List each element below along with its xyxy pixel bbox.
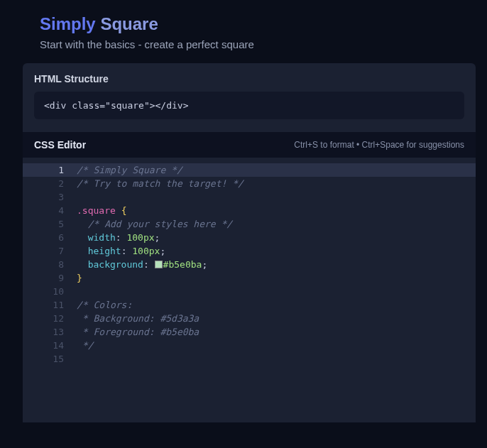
code-line[interactable]: 5 /* Add your styles here */: [23, 217, 476, 231]
line-number: 7: [23, 244, 77, 258]
code-content[interactable]: /* Simply Square */: [77, 163, 182, 177]
line-number: 6: [23, 231, 77, 244]
code-line[interactable]: 3: [23, 190, 476, 204]
editor-panel: HTML Structure <div class="square"></div…: [23, 63, 476, 422]
code-content[interactable]: }: [77, 271, 82, 285]
code-line[interactable]: 11/* Colors:: [23, 298, 476, 312]
line-number: 8: [23, 258, 77, 271]
line-number: 15: [23, 352, 77, 366]
code-content[interactable]: width: 100px;: [77, 231, 160, 244]
css-editor-title: CSS Editor: [34, 139, 86, 151]
code-content[interactable]: /* Try to match the target! */: [77, 177, 244, 190]
challenge-subtitle: Start with the basics - create a perfect…: [40, 38, 453, 50]
challenge-header: Simply Square Start with the basics - cr…: [0, 0, 487, 63]
code-line[interactable]: 4.square {: [23, 204, 476, 217]
line-number: 3: [23, 190, 77, 204]
code-line[interactable]: 7 height: 100px;: [23, 244, 476, 258]
challenge-title: Simply Square: [40, 14, 453, 34]
code-line[interactable]: 14 */: [23, 339, 476, 352]
title-word-1: Simply: [40, 14, 96, 33]
code-line[interactable]: 2/* Try to match the target! */: [23, 177, 476, 190]
code-content[interactable]: /* Add your styles here */: [77, 217, 232, 231]
line-number: 13: [23, 325, 77, 339]
code-line[interactable]: 15: [23, 352, 476, 366]
line-number: 9: [23, 271, 77, 285]
line-number: 1: [23, 163, 77, 177]
html-structure-code: <div class="square"></div>: [34, 92, 464, 119]
line-number: 2: [23, 177, 77, 190]
code-content[interactable]: /* Colors:: [77, 298, 132, 312]
code-line[interactable]: 10: [23, 285, 476, 298]
line-number: 10: [23, 285, 77, 298]
code-line[interactable]: 12 * Background: #5d3a3a: [23, 312, 476, 325]
css-code-editor[interactable]: 1/* Simply Square */2/* Try to match the…: [23, 158, 476, 422]
html-structure-label: HTML Structure: [23, 73, 476, 92]
line-number: 14: [23, 339, 77, 352]
line-number: 11: [23, 298, 77, 312]
code-line[interactable]: 1/* Simply Square */: [23, 163, 476, 177]
title-word-2: Square: [100, 14, 158, 33]
code-line[interactable]: 9}: [23, 271, 476, 285]
code-line[interactable]: 6 width: 100px;: [23, 231, 476, 244]
code-content[interactable]: background: #b5e0ba;: [77, 258, 207, 271]
code-content[interactable]: .square {: [77, 204, 126, 217]
css-editor-hint: Ctrl+S to format • Ctrl+Space for sugges…: [294, 140, 464, 150]
code-content[interactable]: * Background: #5d3a3a: [77, 312, 199, 325]
code-content[interactable]: * Foreground: #b5e0ba: [77, 325, 199, 339]
code-content[interactable]: height: 100px;: [77, 244, 165, 258]
line-number: 12: [23, 312, 77, 325]
line-number: 4: [23, 204, 77, 217]
color-swatch-icon: [155, 261, 163, 268]
code-content[interactable]: */: [77, 339, 93, 352]
code-line[interactable]: 8 background: #b5e0ba;: [23, 258, 476, 271]
line-number: 5: [23, 217, 77, 231]
css-editor-header: CSS Editor Ctrl+S to format • Ctrl+Space…: [23, 132, 476, 158]
code-line[interactable]: 13 * Foreground: #b5e0ba: [23, 325, 476, 339]
